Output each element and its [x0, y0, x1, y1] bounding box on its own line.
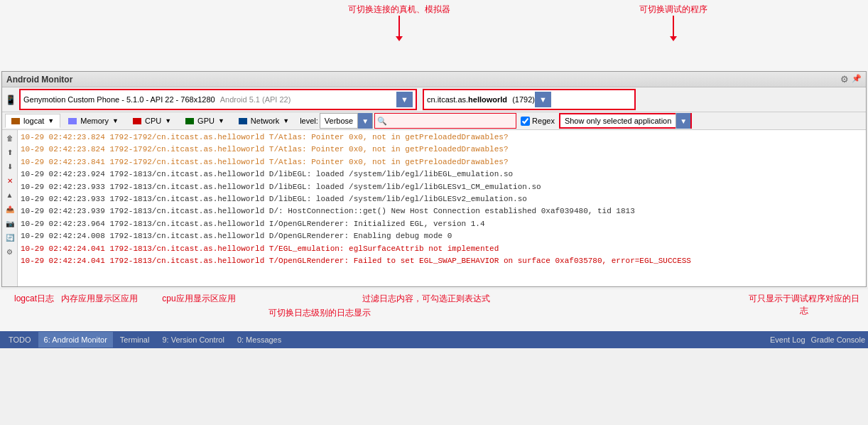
sub-annotations: logcat日志 内存应用显示区应用 cpu应用显示区应用 过滤日志内容，可勾选…	[0, 289, 868, 331]
side-toolbar: 🗑 ⬆ ⬇ ✕ ▲ 📤 📷 🔄 ⚙	[2, 130, 18, 286]
memory-icon	[68, 118, 77, 124]
bottom-right-event-log[interactable]: Event Log	[770, 335, 805, 344]
log-line: 10-29 02:42:23.924 1792-1813/cn.itcast.a…	[21, 168, 863, 181]
bottom-tab-0:-messages[interactable]: 0: Messages	[232, 332, 287, 348]
ann-cpu: cpu应用显示区应用	[156, 293, 242, 305]
title-bar: Android Monitor ⚙ 📌	[2, 72, 866, 87]
export-btn[interactable]: 📤	[4, 203, 16, 215]
tab-logcat-arrow[interactable]: ▼	[48, 117, 54, 124]
tab-network[interactable]: Network ▼	[232, 114, 295, 128]
logcat-icon	[11, 118, 20, 124]
annotation-top-area: 可切换连接的真机、模拟器 可切换调试的程序	[0, 0, 868, 71]
main-window: Android Monitor ⚙ 📌 📱 Genymotion Custom …	[1, 71, 867, 287]
search-box[interactable]: 🔍	[374, 113, 516, 129]
device-toolbar: 📱 Genymotion Custom Phone - 5.1.0 - API …	[2, 87, 866, 112]
show-only-dropdown-btn[interactable]: ▼	[676, 113, 690, 129]
gpu-icon	[185, 118, 194, 124]
ann-show-only: 可只显示于调试程序对应的日志	[747, 293, 861, 317]
regex-option[interactable]: Regex	[521, 117, 555, 126]
log-line: 10-29 02:42:23.841 1792-1792/cn.itcast.a…	[21, 156, 863, 168]
log-line: 10-29 02:42:24.008 1792-1813/cn.itcast.a…	[21, 230, 863, 242]
device-name: Genymotion Custom Phone - 5.1.0 - API 22…	[23, 95, 215, 104]
ann-filter: 过滤日志内容，可勾选正则表达式	[355, 293, 497, 305]
log-line: 10-29 02:42:23.964 1792-1813/cn.itcast.a…	[21, 218, 863, 230]
bottom-tab-9:-version-control[interactable]: 9: Version Control	[156, 332, 229, 348]
log-area[interactable]: 10-29 02:42:23.824 1792-1792/cn.itcast.a…	[18, 130, 866, 286]
bottom-tab-terminal[interactable]: Terminal	[114, 332, 156, 348]
tab-network-arrow[interactable]: ▼	[283, 117, 289, 124]
app-package: cn.itcast.as.	[427, 95, 468, 104]
device-dropdown-btn[interactable]: ▼	[396, 92, 413, 107]
ann-memory: 内存应用显示区应用	[57, 293, 142, 305]
app-dropdown-btn[interactable]: ▼	[535, 92, 551, 107]
device-label: Genymotion Custom Phone - 5.1.0 - API 22…	[23, 95, 396, 104]
log-line: 10-29 02:42:23.939 1792-1813/cn.itcast.a…	[21, 205, 863, 217]
annotation-app-text: 可切换调试的程序	[639, 4, 707, 16]
bottom-right-gradle-console[interactable]: Gradle Console	[811, 335, 865, 344]
search-icon: 🔍	[375, 117, 389, 126]
tab-network-label: Network	[251, 117, 279, 125]
pin-icon[interactable]: 📌	[852, 74, 862, 85]
annotation-app: 可切换调试的程序	[639, 4, 707, 37]
filter-btn[interactable]: ▲	[4, 188, 16, 201]
phone-icon: 📱	[5, 95, 16, 105]
app-label: cn.itcast.as.helloworld (1792)	[427, 95, 535, 104]
tab-cpu[interactable]: CPU ▼	[126, 114, 178, 128]
tab-memory-label: Memory	[80, 117, 109, 125]
verbose-dropdown-btn[interactable]: ▼	[357, 113, 372, 129]
regex-checkbox[interactable]	[521, 117, 530, 126]
tab-gpu-arrow[interactable]: ▼	[218, 117, 224, 124]
regex-label: Regex	[532, 117, 555, 125]
log-line: 10-29 02:42:23.933 1792-1813/cn.itcast.a…	[21, 193, 863, 205]
ann-logcat: logcat日志	[14, 293, 54, 305]
scroll-top-btn[interactable]: ⬆	[4, 146, 16, 158]
tab-memory-arrow[interactable]: ▼	[112, 117, 119, 124]
ann-level: 可切换日志级别的日志显示	[249, 307, 391, 319]
bottom-tab-6:-android-monitor[interactable]: 6: Android Monitor	[38, 332, 113, 348]
log-line: 10-29 02:42:24.041 1792-1813/cn.itcast.a…	[21, 243, 863, 255]
log-line: 10-29 02:42:23.824 1792-1792/cn.itcast.a…	[21, 131, 863, 144]
verbose-dropdown[interactable]: Verbose ▼	[320, 113, 373, 129]
device-api: Android 5.1 (API 22)	[220, 95, 291, 104]
tab-logcat-label: logcat	[23, 117, 44, 125]
ann-logcat-text: logcat日志	[14, 294, 54, 303]
show-only-label: Show only selected application	[560, 117, 676, 125]
scroll-bottom-btn[interactable]: ⬇	[4, 160, 16, 173]
network-icon	[239, 118, 247, 124]
app-pid: (1792)	[512, 95, 535, 104]
annotation-device-text: 可切换连接的真机、模拟器	[348, 4, 450, 16]
tab-gpu[interactable]: GPU ▼	[179, 114, 231, 128]
search-input[interactable]	[389, 117, 516, 125]
ann-filter-text: 过滤日志内容，可勾选正则表达式	[362, 294, 490, 303]
window-title: Android Monitor	[6, 75, 72, 85]
settings-icon[interactable]: ⚙	[840, 74, 849, 85]
ann-level-text: 可切换日志级别的日志显示	[268, 308, 371, 318]
log-line: 10-29 02:42:24.041 1792-1813/cn.itcast.a…	[21, 255, 863, 267]
screenshot-btn[interactable]: 📷	[4, 217, 16, 230]
bottom-tab-todo[interactable]: TODO	[3, 332, 37, 348]
log-line: 10-29 02:42:23.933 1792-1813/cn.itcast.a…	[21, 181, 863, 193]
refresh-btn[interactable]: 🔄	[4, 231, 16, 244]
ann-show-only-text: 可只显示于调试程序对应的日志	[749, 294, 859, 316]
tabs-row: logcat ▼ Memory ▼ CPU ▼ GPU ▼ Network ▼ …	[2, 112, 866, 130]
bottom-bar: TODO6: Android MonitorTerminal9: Version…	[0, 331, 868, 348]
tab-gpu-label: GPU	[197, 117, 215, 125]
main-content: 🗑 ⬆ ⬇ ✕ ▲ 📤 📷 🔄 ⚙ 10-29 02:42:23.824 179…	[2, 130, 866, 286]
device-dropdown[interactable]: Genymotion Custom Phone - 5.1.0 - API 22…	[19, 89, 417, 110]
log-line: 10-29 02:42:23.824 1792-1792/cn.itcast.a…	[21, 144, 863, 156]
title-bar-icons: ⚙ 📌	[840, 74, 862, 85]
annotation-device: 可切换连接的真机、模拟器	[348, 4, 450, 37]
pause-btn[interactable]: ✕	[4, 174, 16, 187]
app-bold: helloworld	[468, 95, 507, 104]
clear-btn[interactable]: 🗑	[4, 131, 16, 144]
tab-memory[interactable]: Memory ▼	[62, 114, 125, 128]
tab-logcat[interactable]: logcat ▼	[5, 114, 60, 128]
settings-side-btn[interactable]: ⚙	[4, 245, 16, 258]
tab-cpu-label: CPU	[145, 117, 161, 125]
verbose-label: Verbose	[320, 117, 357, 125]
cpu-icon	[133, 118, 141, 124]
ann-cpu-text: cpu应用显示区应用	[162, 294, 235, 303]
tab-cpu-arrow[interactable]: ▼	[165, 117, 171, 124]
show-only-dropdown[interactable]: Show only selected application ▼	[559, 113, 692, 129]
app-dropdown[interactable]: cn.itcast.as.helloworld (1792) ▼	[423, 89, 636, 110]
